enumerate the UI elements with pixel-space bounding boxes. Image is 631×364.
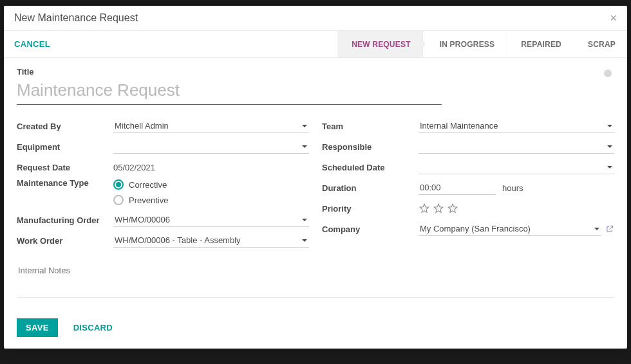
caret-down-icon — [607, 142, 613, 152]
duration-label: Duration — [322, 183, 419, 193]
discard-button[interactable]: DISCARD — [70, 322, 117, 333]
actions-bar: CANCEL NEW REQUEST IN PROGRESS REPAIRED … — [4, 31, 627, 58]
caret-down-icon — [607, 122, 613, 131]
team-value: Internal Maintenance — [420, 121, 498, 131]
external-link-icon[interactable] — [605, 224, 614, 233]
created-by-value: Mitchell Admin — [115, 121, 169, 131]
caret-down-icon — [607, 163, 613, 172]
responsible-field[interactable] — [419, 140, 614, 154]
close-icon[interactable]: × — [610, 12, 617, 24]
dialog-title: New Maintenance Request — [14, 12, 138, 24]
work-order-value: WH/MO/00006 - Table - Assembly — [115, 235, 241, 245]
priority-stars — [419, 201, 614, 216]
company-field[interactable]: My Company (San Francisco) — [419, 222, 601, 236]
duration-unit: hours — [502, 183, 523, 193]
created-by-field[interactable]: Mitchell Admin — [113, 119, 309, 133]
request-date-value: 05/02/2021 — [113, 161, 309, 174]
maintenance-request-dialog: New Maintenance Request × CANCEL NEW REQ… — [4, 6, 627, 349]
caret-down-icon — [301, 142, 308, 152]
responsible-label: Responsible — [322, 142, 419, 152]
right-column: Team Internal Maintenance Responsible — [322, 116, 614, 251]
title-input[interactable] — [17, 79, 442, 105]
maintenance-type-group: Corrective Preventive — [113, 178, 309, 205]
kanban-state-dot[interactable] — [604, 69, 612, 77]
title-label: Title — [17, 67, 614, 77]
equipment-label: Equipment — [17, 142, 113, 152]
work-order-field[interactable]: WH/MO/00006 - Table - Assembly — [113, 233, 309, 248]
radio-icon — [113, 179, 124, 190]
star-icon[interactable] — [419, 203, 430, 216]
team-field[interactable]: Internal Maintenance — [419, 119, 614, 133]
request-date-label: Request Date — [17, 163, 113, 172]
left-column: Created By Mitchell Admin Equipment — [17, 116, 309, 251]
caret-down-icon — [301, 122, 308, 131]
radio-icon — [113, 195, 124, 205]
priority-label: Priority — [322, 204, 419, 214]
cancel-button[interactable]: CANCEL — [14, 39, 50, 49]
caret-down-icon — [594, 224, 600, 234]
stage-in-progress[interactable]: IN PROGRESS — [422, 31, 507, 57]
stage-new-request[interactable]: NEW REQUEST — [337, 31, 422, 57]
radio-preventive[interactable]: Preventive — [113, 195, 309, 205]
radio-corrective-label: Corrective — [129, 180, 167, 190]
manufacturing-order-label: Manufacturing Order — [17, 215, 113, 225]
created-by-label: Created By — [17, 122, 113, 131]
scheduled-date-label: Scheduled Date — [322, 163, 419, 172]
radio-preventive-label: Preventive — [129, 196, 168, 205]
manufacturing-order-field[interactable]: WH/MO/00006 — [113, 213, 309, 227]
star-icon[interactable] — [447, 203, 458, 216]
radio-corrective[interactable]: Corrective — [113, 179, 309, 190]
save-button[interactable]: SAVE — [17, 318, 58, 337]
company-label: Company — [322, 224, 419, 234]
caret-down-icon — [301, 215, 308, 225]
internal-notes-input[interactable] — [17, 263, 614, 278]
stage-scrap[interactable]: SCRAP — [573, 31, 627, 57]
company-value: My Company (San Francisco) — [420, 224, 531, 233]
manufacturing-order-value: WH/MO/00006 — [115, 215, 170, 224]
work-order-label: Work Order — [17, 236, 113, 246]
stage-repaired[interactable]: REPAIRED — [506, 31, 573, 57]
divider — [17, 297, 614, 298]
team-label: Team — [322, 122, 419, 131]
form-body: Title Created By Mitchell Admin — [4, 58, 627, 308]
scheduled-date-field[interactable] — [419, 160, 614, 174]
duration-input[interactable] — [419, 181, 496, 195]
status-stages: NEW REQUEST IN PROGRESS REPAIRED SCRAP — [337, 31, 627, 57]
star-icon[interactable] — [433, 203, 444, 216]
equipment-field[interactable] — [113, 140, 309, 154]
caret-down-icon — [301, 236, 308, 246]
dialog-header: New Maintenance Request × — [4, 6, 627, 31]
maintenance-type-label: Maintenance Type — [17, 178, 113, 188]
dialog-footer: SAVE DISCARD — [4, 308, 627, 349]
